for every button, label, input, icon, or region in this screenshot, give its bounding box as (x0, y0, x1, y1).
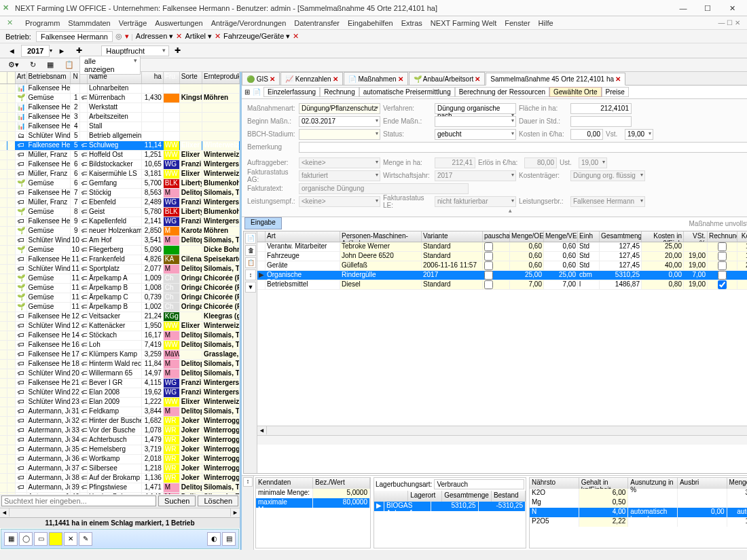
massnahmenart-input[interactable]: Düngung/Pflanzenschutz (299, 103, 380, 114)
eg-row[interactable]: BetriebsmittelDiesel Standard 7,007,00 l… (257, 280, 747, 290)
table-row[interactable]: 🏷Autermann, Jo 34🏷 Achterbusch1,479 WR J… (0, 436, 240, 445)
table-row[interactable]: 🏷Schlüter Windr 12🏷 Kattenäcker1,950 WW … (0, 322, 240, 331)
year-select[interactable]: 2017 (21, 45, 50, 57)
menu-NEXT Farming Welt[interactable]: NEXT Farming Welt (426, 18, 500, 29)
ende-input[interactable] (435, 116, 516, 127)
close-button[interactable]: ✕ (720, 1, 744, 15)
table-row[interactable]: 📊Falkensee Herr 2 Werkstatt (0, 103, 240, 113)
table-row[interactable]: 🏷Autermann, Jo 36🏷 Wortkamp2,018 WR Joke… (0, 455, 240, 464)
table-row[interactable]: 🏷Müller, Franz 7🏷 Ebenfeld2,489 WG Franz… (0, 198, 240, 208)
table-row[interactable]: 🏷Falkensee Herr 11🏷 Frankenfeld4,826 KA … (0, 255, 240, 265)
table-row[interactable]: 🏷Falkensee Herr 21🏷 Bever I GR4,115 WG F… (0, 379, 240, 388)
rt-btn-1[interactable]: Rechnung (320, 87, 359, 97)
eg-row[interactable]: FahrzeugeJohn Deere 6520 Standard 0,600,… (257, 252, 747, 261)
table-row[interactable]: 🌱Gemüse 1🏷 Mürrenbach1,430 Kingstor Möhr… (0, 94, 240, 103)
table-row[interactable]: ✓✓ 🏷Falkensee Herr 5🏷 Schulweg11,14 WW E… (0, 141, 240, 151)
tab-Maßnahmen[interactable]: 📄 Maßnahmen ✕ (344, 72, 408, 85)
menu-Anträge/Verordnungen[interactable]: Anträge/Verordnungen (207, 18, 291, 29)
minimize-button[interactable]: — (671, 1, 695, 15)
table-row[interactable]: 🏷Schlüter Windr 11🏷 Sportplatz2,077 M De… (0, 265, 240, 274)
bemerkung-input[interactable] (299, 142, 747, 153)
beginn-input[interactable]: 02.03.2017 (299, 116, 380, 127)
menu-Stammdaten[interactable]: Stammdaten (64, 18, 114, 29)
bot-tool-1[interactable]: ↕ (243, 477, 253, 487)
copy-button[interactable]: 📋 (60, 59, 79, 71)
betrieb-value[interactable]: Falkensee Hermann (36, 31, 113, 42)
table-row[interactable]: 🏷Autermann, Jo 35🏷 Hemelsberg3,719 WR Jo… (0, 445, 240, 455)
add-frucht-button[interactable]: ✚ (170, 45, 185, 56)
rt-btn-4[interactable]: Gewählte Orte (549, 87, 601, 97)
maximize-button[interactable]: ☐ (695, 1, 720, 15)
grid-body[interactable]: 📊Falkensee Herr Lohnarbeiten 🌱Gemüse 1🏷 … (0, 84, 240, 494)
tab-Sammelmaßnahme 45 Orte 212,4101 ha[interactable]: Sammelmaßnahme 45 Orte 212,4101 ha ✕ (486, 73, 625, 86)
status-input[interactable]: gebucht (435, 129, 516, 140)
table-row[interactable]: 🏷Falkensee Herr 17🏷 Klümpers Kamp3,259 M… (0, 350, 240, 360)
h-scrollbar[interactable] (0, 508, 240, 517)
eg-row[interactable]: Verantw. MitarbeiterTebroke Werner Stand… (257, 242, 747, 252)
next-button[interactable]: ► (53, 45, 70, 56)
eg-filter[interactable]: ▼ (245, 282, 256, 293)
table-row[interactable]: 🏷Falkensee Herr 12🏷 Veitsacker21,24 KGg … (0, 312, 240, 322)
tool-icon-2[interactable]: 📄 (253, 88, 261, 96)
prev-button[interactable]: ◄ (3, 45, 20, 56)
table-row[interactable]: 🏷Falkensee Herr 16🏷 Loh7,419 WW Delitop … (0, 341, 240, 350)
lagerbuchung-select[interactable]: Verbrauch (434, 479, 524, 489)
map-btn-r2[interactable]: ▤ (222, 532, 236, 546)
dropdown-icon[interactable]: ▾ (123, 32, 131, 41)
subbar-Fahrzeuge/Geräte[interactable]: Fahrzeuge/Geräte ▾ (221, 31, 293, 41)
flaeche-input[interactable]: 212,4101 (570, 103, 632, 114)
table-row[interactable]: 🌱Gemüse 11/4🏷 Ärpelkamp B1,002 Ch Oringa… (0, 303, 240, 312)
rt-btn-2[interactable]: automatische Preisermittlung (359, 87, 455, 97)
rt-btn-3[interactable]: Berechnung der Ressourcen (455, 87, 549, 97)
target-icon[interactable]: ◎ (115, 32, 123, 41)
verfahren-input[interactable]: Düngung organische nach (435, 103, 516, 114)
menu-Verträge[interactable]: Verträge (115, 18, 151, 29)
rt-btn-5[interactable]: Preise (602, 87, 629, 97)
subbar-Artikel[interactable]: Artikel ▾ (182, 31, 215, 41)
eingabe-tab[interactable]: Eingabe (244, 217, 282, 229)
tab-GIS[interactable]: 🟢 GIS ✕ (242, 72, 280, 85)
menu-Programm[interactable]: Programm (21, 18, 64, 29)
table-row[interactable]: 🗂Schlüter Windr 5 Betrieb allgemein (0, 132, 240, 141)
map-btn-3[interactable]: ▭ (34, 532, 48, 546)
auftraggeber-input[interactable]: <keine> (299, 157, 380, 168)
menu-Auswertungen[interactable]: Auswertungen (151, 18, 206, 29)
vst-input[interactable]: 19,00 (625, 129, 653, 140)
table-row[interactable]: 📊Falkensee Herr Lohnarbeiten (0, 84, 240, 94)
table-row[interactable]: 🏷Autermann, Jo 31🏷 Feldkamp3,844 M Delit… (0, 407, 240, 417)
table-row[interactable]: 🏷Autermann, Jo 33🏷 Vor der Busche1,078 W… (0, 426, 240, 436)
table-row[interactable]: 🌱Gemüse 8🏷 Geist5,780 BLK Liberty Blumen… (0, 208, 240, 217)
eg-row[interactable]: GeräteGüllefaß 2006-11-16 11:57 0,600,60… (257, 261, 747, 271)
dauer-input[interactable] (570, 116, 632, 127)
menu-Fenster[interactable]: Fenster (500, 18, 534, 29)
eg-row[interactable]: ▶ Organische DüngemitteRindergülle 2017 … (257, 271, 747, 280)
table-row[interactable]: 🌱Gemüse 6🏷 Gemfang5,700 BLK Liberty Blum… (0, 179, 240, 189)
sort-button[interactable]: ⚙▾ (3, 59, 24, 71)
search-input[interactable] (1, 496, 156, 506)
map-btn-6[interactable]: ✎ (79, 532, 92, 546)
table-row[interactable]: 🏷Autermann, Jo 38🏷 Auf der Brokamp1,136 … (0, 474, 240, 483)
search-button[interactable]: Suchen (158, 496, 196, 506)
bbch-input[interactable] (299, 129, 380, 140)
table-row[interactable]: 📊Falkensee Herr 3 Arbeitszeiten (0, 113, 240, 122)
table-row[interactable]: 🏷Schlüter Windr 22🏷 Elan 200819,62 WG Fr… (0, 388, 240, 398)
table-row[interactable]: 🏷Autermann, Jo 37🏷 Silbersee1,218 WR Jok… (0, 464, 240, 474)
eg-del[interactable]: 🗑 (245, 245, 256, 256)
field-button[interactable]: ▦ (42, 59, 58, 71)
eg-copy[interactable]: 📋 (245, 257, 256, 268)
tool-icon-1[interactable]: ⊞ (244, 88, 250, 96)
kosten-input[interactable]: 0,00 (570, 129, 603, 140)
table-row[interactable]: 🌱Gemüse 11/2🏷 Ärpelkamp B1,008 Ch Oringa… (0, 284, 240, 293)
menu-Eingabehilfen[interactable]: Eingabehilfen (344, 18, 397, 29)
table-row[interactable]: 🏷Falkensee Herr 7🏷 Stöckig8,563 M Delito… (0, 189, 240, 198)
table-row[interactable]: 🏷Müller, Franz 6🏷 Kaisermühle LS3,181 WW… (0, 170, 240, 179)
map-btn-5[interactable]: ✕ (64, 532, 77, 546)
menu-Extras[interactable]: Extras (397, 18, 426, 29)
table-row[interactable]: 🏷Autermann, Jo 39🏷 Pfingstwiese1,471 M D… (0, 483, 240, 493)
eg-scroll[interactable] (257, 426, 747, 435)
mdi-controls[interactable]: — ☐ ✕ (714, 18, 744, 28)
table-row[interactable]: 🏷Schlüter Windr 20🏷 Willermann 6514,97 M… (0, 369, 240, 379)
eg-sort[interactable]: ↕ (245, 269, 256, 280)
alle-anzeigen-select[interactable]: alle anzeigen (79, 56, 141, 75)
tab-Kennzahlen[interactable]: 📈 Kennzahlen ✕ (280, 72, 343, 85)
